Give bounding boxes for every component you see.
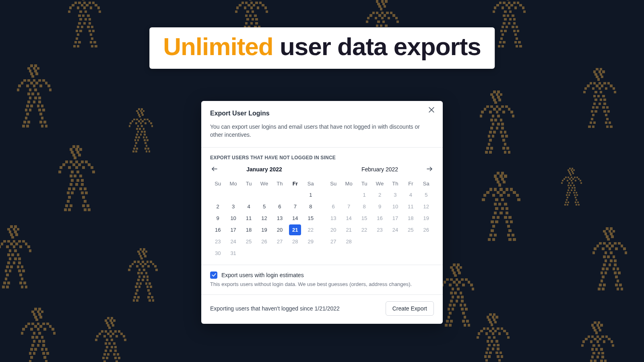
svg-rect-341: [149, 150, 151, 152]
calendar-day[interactable]: 9: [210, 213, 225, 224]
svg-rect-827: [454, 292, 457, 294]
calendar-day[interactable]: 27: [272, 236, 287, 247]
svg-rect-798: [453, 263, 456, 266]
calendar-day[interactable]: 1: [303, 189, 318, 200]
next-month-icon[interactable]: [425, 165, 434, 173]
svg-rect-409: [486, 105, 489, 108]
svg-rect-138: [366, 21, 368, 23]
calendar-day[interactable]: 18: [403, 213, 418, 224]
svg-rect-39: [87, 26, 89, 28]
calendar-day[interactable]: 8: [357, 201, 372, 212]
svg-rect-235: [30, 72, 33, 75]
calendar-day[interactable]: 7: [287, 201, 303, 212]
calendar-day[interactable]: 19: [419, 213, 434, 224]
svg-rect-720: [42, 344, 45, 347]
calendar-day[interactable]: 16: [372, 213, 387, 224]
svg-rect-938: [572, 182, 573, 184]
svg-rect-270: [29, 109, 32, 111]
prev-month-icon[interactable]: [210, 165, 219, 173]
calendar-day[interactable]: 3: [388, 189, 403, 200]
calendar-day[interactable]: 25: [403, 224, 418, 235]
svg-rect-710: [38, 332, 41, 335]
calendar-day[interactable]: 17: [225, 224, 241, 235]
close-icon[interactable]: [427, 106, 437, 115]
calendar-day[interactable]: 16: [210, 224, 225, 235]
svg-rect-622: [23, 282, 26, 284]
svg-rect-920: [572, 173, 574, 174]
calendar-day[interactable]: 6: [326, 201, 341, 212]
svg-rect-1041: [480, 330, 483, 332]
calendar-day[interactable]: 20: [326, 224, 341, 235]
calendar-day[interactable]: 13: [272, 213, 287, 224]
calendar-day[interactable]: 15: [303, 213, 318, 224]
calendar-day[interactable]: 24: [388, 224, 403, 235]
calendar-day[interactable]: 29: [303, 236, 318, 247]
calendar-day[interactable]: 5: [256, 201, 272, 212]
svg-rect-581: [7, 240, 10, 243]
calendar-day[interactable]: 23: [210, 236, 225, 247]
calendar-day[interactable]: 1: [357, 189, 372, 200]
calendar-day[interactable]: 4: [241, 201, 256, 212]
svg-rect-226: [516, 45, 518, 47]
calendar-day[interactable]: 3: [225, 201, 241, 212]
svg-rect-76: [236, 7, 239, 9]
svg-rect-808: [446, 278, 449, 281]
svg-rect-548: [500, 212, 502, 214]
svg-rect-536: [516, 194, 519, 197]
calendar-day[interactable]: 24: [225, 236, 241, 247]
create-export-button[interactable]: Create Export: [386, 301, 434, 316]
calendar-day[interactable]: 9: [372, 201, 387, 212]
calendar-day[interactable]: 26: [419, 224, 434, 235]
calendar-day[interactable]: 14: [341, 213, 356, 224]
svg-rect-927: [564, 178, 565, 180]
estimates-checkbox-label: Export users with login estimates: [221, 272, 304, 278]
calendar-day[interactable]: 28: [341, 236, 356, 247]
person-icon: [127, 107, 155, 155]
calendar-day[interactable]: 25: [241, 236, 256, 247]
calendar-day[interactable]: 31: [225, 248, 241, 259]
svg-rect-1008: [613, 267, 615, 270]
calendar-day[interactable]: 17: [388, 213, 403, 224]
calendar-day[interactable]: 7: [341, 201, 356, 212]
svg-rect-450: [502, 147, 505, 150]
calendar-day[interactable]: 21: [341, 224, 356, 235]
calendar-day-selected[interactable]: 21: [289, 224, 301, 235]
calendar-day[interactable]: 23: [372, 224, 387, 235]
calendar-day[interactable]: 20: [272, 224, 287, 235]
calendar-day[interactable]: 6: [272, 201, 287, 212]
calendar-day[interactable]: 27: [326, 236, 341, 247]
calendar-day[interactable]: 26: [256, 236, 272, 247]
calendar-day[interactable]: 19: [256, 224, 272, 235]
estimates-checkbox[interactable]: [210, 272, 217, 279]
svg-rect-560: [491, 229, 493, 232]
svg-rect-289: [143, 110, 145, 112]
calendar-day[interactable]: 4: [403, 189, 418, 200]
calendar-day[interactable]: 12: [256, 213, 272, 224]
calendar-day[interactable]: 11: [241, 213, 256, 224]
calendar-day[interactable]: 15: [357, 213, 372, 224]
calendar-day[interactable]: 14: [287, 213, 303, 224]
calendar-day[interactable]: 22: [357, 224, 372, 235]
option-row: Export users with login estimates: [210, 272, 434, 279]
svg-rect-332: [134, 145, 136, 147]
calendar-day[interactable]: 5: [419, 189, 434, 200]
calendar-day[interactable]: 12: [419, 201, 434, 212]
svg-rect-973: [613, 230, 615, 233]
svg-rect-198: [523, 10, 526, 13]
calendar-day[interactable]: 11: [403, 201, 418, 212]
svg-rect-471: [62, 164, 65, 167]
calendar-day[interactable]: 8: [303, 201, 318, 212]
svg-rect-415: [493, 108, 496, 111]
svg-rect-414: [484, 108, 487, 111]
calendar-day[interactable]: 28: [287, 236, 303, 247]
calendar-day[interactable]: 10: [225, 213, 241, 224]
calendar-day[interactable]: 2: [210, 201, 225, 212]
svg-rect-71: [259, 2, 262, 4]
calendar-day[interactable]: 22: [303, 224, 318, 235]
calendar-day[interactable]: 2: [372, 189, 387, 200]
calendar-day[interactable]: 10: [388, 201, 403, 212]
calendar-day[interactable]: 13: [326, 213, 341, 224]
calendar-day[interactable]: 30: [210, 248, 225, 259]
svg-rect-589: [0, 245, 1, 248]
calendar-day[interactable]: 18: [241, 224, 256, 235]
